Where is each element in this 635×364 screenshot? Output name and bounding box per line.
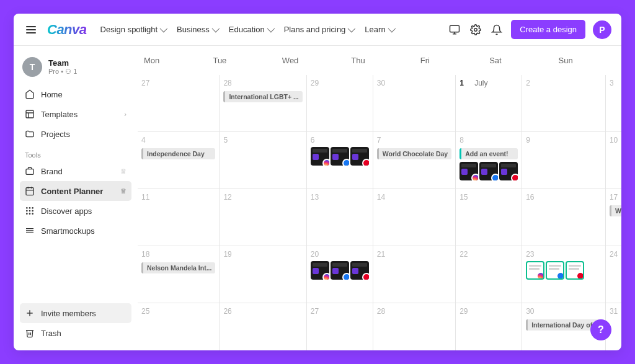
- bell-icon[interactable]: [490, 23, 504, 37]
- sidebar-item-content-planner[interactable]: Content Planner ♕: [20, 181, 131, 201]
- calendar-day[interactable]: 5: [220, 132, 306, 189]
- cal-head-mon: Mon: [138, 46, 206, 75]
- calendar-day[interactable]: 27: [138, 75, 220, 132]
- calendar-day[interactable]: 6: [307, 132, 373, 189]
- post-thumbnail[interactable]: [546, 261, 564, 280]
- calendar-day[interactable]: 4Independence Day: [138, 132, 220, 189]
- calendar-day[interactable]: 25: [138, 303, 220, 350]
- pn-badge-icon: [576, 272, 584, 280]
- calendar-day[interactable]: 19: [220, 246, 306, 303]
- sidebar-item-discover-apps[interactable]: Discover apps: [20, 201, 131, 221]
- event-pill[interactable]: International LGBT+ ...: [223, 91, 302, 102]
- nav-education[interactable]: Education: [229, 25, 273, 34]
- calendar-day[interactable]: 10: [606, 132, 621, 189]
- gear-icon[interactable]: [469, 23, 482, 37]
- event-pill[interactable]: Add an event!: [460, 148, 518, 159]
- calendar-day[interactable]: 27: [307, 303, 373, 350]
- calendar-day[interactable]: 15: [456, 189, 522, 246]
- day-number: 18: [141, 250, 149, 259]
- sidebar-item-templates[interactable]: Templates ›: [20, 104, 131, 124]
- calendar-day[interactable]: 7World Chocolate Day: [373, 132, 456, 189]
- main-nav: Design spotlight Business Education Plan…: [100, 25, 394, 34]
- day-number: 31: [610, 307, 618, 316]
- cal-head-tue: Tue: [206, 46, 275, 75]
- post-thumbnail[interactable]: [350, 147, 369, 166]
- post-thumbnails[interactable]: [311, 261, 369, 280]
- post-thumbnail[interactable]: [499, 162, 518, 180]
- hamburger-menu-icon[interactable]: [24, 24, 38, 36]
- event-pill[interactable]: World Emoji Day: [610, 205, 621, 216]
- calendar-day[interactable]: 21: [373, 246, 456, 303]
- calendar-day[interactable]: 29: [307, 75, 373, 132]
- post-thumbnail[interactable]: [331, 261, 349, 280]
- crown-icon: ♕: [120, 167, 127, 175]
- calendar-day[interactable]: 12: [220, 189, 306, 246]
- calendar-day[interactable]: 28International LGBT+ ...: [220, 75, 306, 132]
- svg-point-19: [29, 213, 31, 215]
- day-number: 20: [311, 250, 319, 259]
- calendar-day[interactable]: 14: [373, 189, 456, 246]
- post-thumbnail[interactable]: [526, 261, 544, 280]
- calendar-day[interactable]: 30: [373, 75, 456, 132]
- day-number: 26: [223, 307, 231, 316]
- post-thumbnail[interactable]: [331, 147, 349, 166]
- calendar-day[interactable]: 18Nelson Mandela Int...: [138, 246, 220, 303]
- calendar-day[interactable]: 20: [307, 246, 373, 303]
- pn-badge-icon: [362, 159, 369, 166]
- nav-business[interactable]: Business: [177, 25, 218, 34]
- event-pill[interactable]: Independence Day: [141, 148, 215, 159]
- event-pill[interactable]: Nelson Mandela Int...: [141, 262, 215, 273]
- post-thumbnails[interactable]: [311, 147, 369, 166]
- svg-point-15: [26, 210, 28, 212]
- canva-logo[interactable]: Canva: [47, 22, 87, 38]
- post-thumbnail[interactable]: [350, 261, 369, 280]
- day-number: 21: [377, 250, 385, 259]
- calendar-day[interactable]: 24: [606, 246, 621, 303]
- calendar-day[interactable]: 26: [220, 303, 306, 350]
- svg-point-20: [32, 213, 33, 215]
- post-thumbnail[interactable]: [460, 162, 478, 180]
- create-design-button[interactable]: Create a design: [511, 20, 585, 39]
- nav-plans-pricing[interactable]: Plans and pricing: [284, 25, 354, 34]
- post-thumbnails[interactable]: [460, 162, 518, 180]
- post-thumbnail[interactable]: [479, 162, 498, 180]
- calendar-day[interactable]: 23: [522, 246, 606, 303]
- post-thumbnail[interactable]: [311, 147, 329, 166]
- post-thumbnail[interactable]: [311, 261, 329, 280]
- calendar-day[interactable]: 8Add an event!: [456, 132, 522, 189]
- svg-rect-8: [26, 188, 33, 195]
- sidebar-item-brand[interactable]: Brand ♕: [20, 161, 131, 181]
- team-subtitle: Pro • ⚇ 1: [48, 68, 77, 76]
- calendar-day[interactable]: 3: [606, 75, 621, 132]
- day-number: 29: [311, 79, 319, 87]
- calendar-day[interactable]: 11: [138, 189, 220, 246]
- svg-point-17: [32, 210, 33, 212]
- calendar-day[interactable]: 22: [456, 246, 522, 303]
- sidebar-item-smartmockups[interactable]: Smartmockups: [20, 221, 131, 241]
- sidebar-item-projects[interactable]: Projects: [20, 124, 131, 144]
- calendar-day[interactable]: 29: [456, 303, 522, 350]
- nav-learn[interactable]: Learn: [365, 25, 393, 34]
- user-avatar[interactable]: P: [593, 20, 611, 39]
- sidebar-item-home[interactable]: Home: [20, 84, 131, 104]
- calendar-day[interactable]: 16: [522, 189, 606, 246]
- calendar-day[interactable]: 17World Emoji Day: [606, 189, 621, 246]
- calendar-day[interactable]: 13: [307, 189, 373, 246]
- calendar-day[interactable]: 9: [522, 132, 606, 189]
- nav-design-spotlight[interactable]: Design spotlight: [100, 25, 166, 34]
- team-switcher[interactable]: T Team Pro • ⚇ 1: [20, 53, 131, 84]
- svg-point-14: [32, 207, 33, 209]
- day-number: 1: [460, 79, 464, 87]
- invite-members-button[interactable]: Invite members: [20, 303, 131, 323]
- help-fab[interactable]: ?: [590, 319, 611, 340]
- sidebar-item-label: Brand: [41, 167, 63, 176]
- event-pill[interactable]: World Chocolate Day: [377, 148, 451, 159]
- post-thumbnail[interactable]: [566, 261, 584, 280]
- calendar-day[interactable]: 28: [373, 303, 456, 350]
- desktop-icon[interactable]: [448, 23, 461, 37]
- sidebar-item-label: Projects: [41, 130, 70, 139]
- post-thumbnails[interactable]: [526, 261, 602, 280]
- calendar-day[interactable]: 2: [522, 75, 606, 132]
- calendar-day[interactable]: 1July: [456, 75, 522, 132]
- sidebar-item-trash[interactable]: Trash: [20, 323, 131, 343]
